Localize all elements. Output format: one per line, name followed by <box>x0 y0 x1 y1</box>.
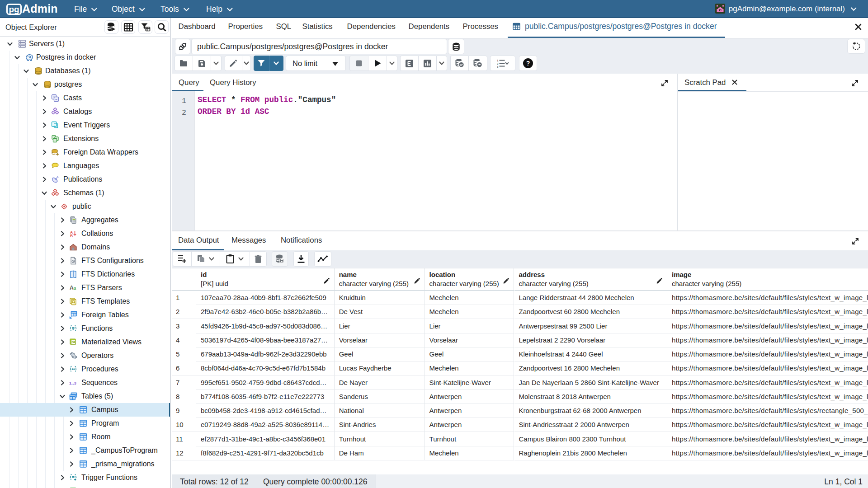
svg-text:?: ? <box>526 60 530 67</box>
svg-text:B: B <box>70 234 73 238</box>
svg-text:2: 2 <box>497 62 499 65</box>
svg-text:1..3: 1..3 <box>69 380 76 385</box>
svg-text:1: 1 <box>497 59 499 62</box>
svg-text:3: 3 <box>497 66 499 68</box>
svg-text:a: a <box>74 286 76 291</box>
